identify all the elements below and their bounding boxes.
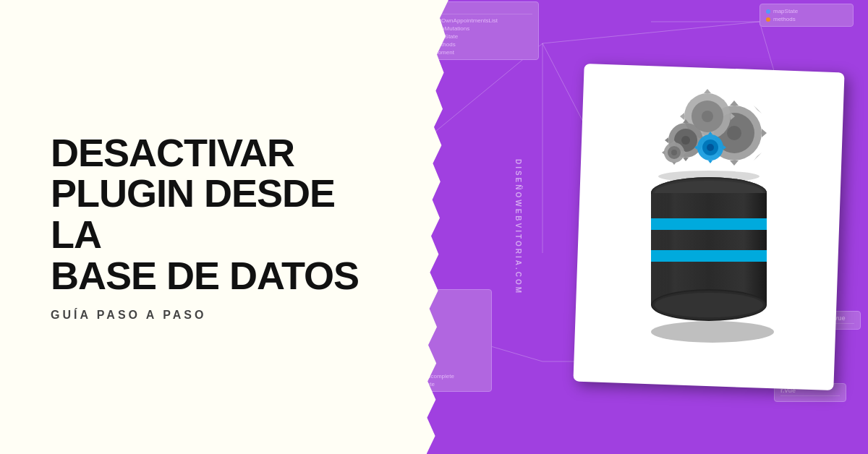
watermark-text: Diseñowebvitoria.com bbox=[514, 159, 522, 295]
svg-marker-61 bbox=[697, 156, 702, 160]
svg-rect-85 bbox=[651, 250, 767, 262]
svg-marker-27 bbox=[754, 106, 762, 113]
page-title: DESACTIVARPLUGIN DESDE LABASE DE DATOS bbox=[51, 132, 383, 296]
node-item: methods bbox=[766, 15, 847, 23]
svg-point-64 bbox=[671, 150, 677, 155]
svg-rect-83 bbox=[651, 193, 669, 305]
db-svg-illustration bbox=[600, 86, 817, 368]
dot-blue bbox=[766, 9, 770, 14]
node-far-right-top: mapState methods bbox=[760, 4, 854, 27]
svg-point-53 bbox=[707, 144, 714, 151]
svg-marker-21 bbox=[730, 100, 739, 106]
svg-marker-47 bbox=[668, 123, 674, 129]
svg-marker-67 bbox=[662, 150, 665, 155]
svg-marker-36 bbox=[684, 93, 692, 100]
svg-marker-66 bbox=[672, 162, 676, 165]
svg-marker-32 bbox=[704, 89, 711, 93]
svg-point-20 bbox=[727, 126, 741, 140]
svg-marker-44 bbox=[683, 158, 689, 161]
svg-marker-38 bbox=[723, 93, 731, 100]
node-item: getOwnAppointmentsList bbox=[426, 17, 532, 25]
svg-marker-45 bbox=[665, 137, 668, 143]
white-content-area: DESACTIVARPLUGIN DESDE LABASE DE DATOS G… bbox=[0, 0, 420, 454]
svg-line-3 bbox=[542, 22, 760, 43]
svg-point-88 bbox=[655, 293, 763, 317]
svg-marker-24 bbox=[762, 129, 767, 137]
svg-rect-84 bbox=[651, 218, 767, 230]
svg-marker-34 bbox=[680, 113, 684, 120]
svg-marker-22 bbox=[730, 160, 739, 166]
node-item: mapState bbox=[766, 7, 847, 15]
svg-point-31 bbox=[702, 111, 713, 122]
svg-point-89 bbox=[651, 321, 774, 343]
svg-point-42 bbox=[681, 136, 690, 145]
image-card-panel bbox=[579, 68, 839, 386]
svg-marker-55 bbox=[708, 160, 712, 163]
page-subtitle: Guía Paso A Paso bbox=[51, 309, 383, 322]
dot-orange bbox=[766, 17, 770, 22]
db-illustration bbox=[579, 68, 839, 386]
svg-marker-26 bbox=[754, 153, 762, 160]
node-item: moment bbox=[426, 48, 532, 56]
